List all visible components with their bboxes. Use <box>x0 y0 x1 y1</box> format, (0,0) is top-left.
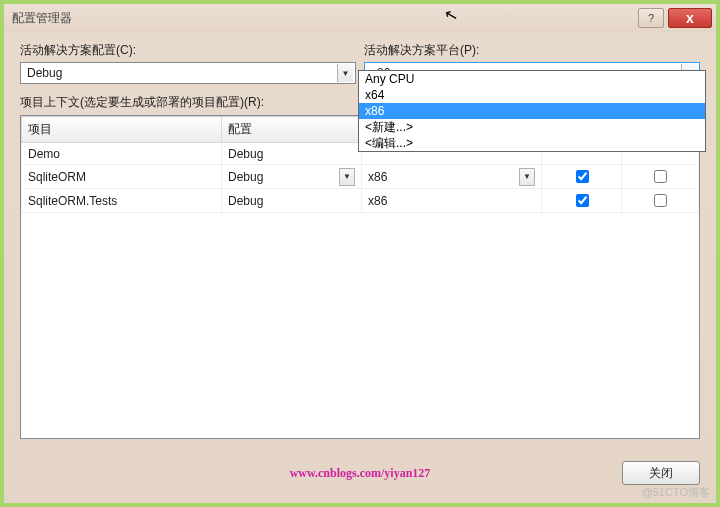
deploy-checkbox[interactable] <box>654 194 667 207</box>
close-button-label: 关闭 <box>649 465 673 482</box>
chevron-down-icon: ▼ <box>519 168 535 186</box>
platform-option[interactable]: <编辑...> <box>359 135 705 151</box>
window-close-button[interactable]: x <box>668 8 712 28</box>
deploy-checkbox[interactable] <box>654 170 667 183</box>
cell-build[interactable] <box>542 189 622 213</box>
platform-option[interactable]: <新建...> <box>359 119 705 135</box>
cell-project: Demo <box>22 143 222 165</box>
watermark-text: www.cnblogs.com/yiyan127 <box>20 466 700 481</box>
build-checkbox[interactable] <box>576 170 589 183</box>
cell-project: SqliteORM.Tests <box>22 189 222 213</box>
close-button[interactable]: 关闭 <box>622 461 700 485</box>
cell-platform[interactable]: x86▼ <box>362 165 542 189</box>
help-icon: ? <box>648 12 654 24</box>
cell-build[interactable] <box>542 165 622 189</box>
col-config[interactable]: 配置 <box>222 117 362 143</box>
chevron-down-icon: ▼ <box>339 168 355 186</box>
chevron-down-icon: ▼ <box>337 64 353 82</box>
cell-config[interactable]: Debug▼ <box>222 165 362 189</box>
platform-dropdown-list[interactable]: Any CPUx64x86<新建...><编辑...> <box>358 70 706 152</box>
platform-option[interactable]: x86 <box>359 103 705 119</box>
cell-deploy[interactable] <box>622 165 699 189</box>
solution-config-label: 活动解决方案配置(C): <box>20 42 356 59</box>
cell-deploy[interactable] <box>622 189 699 213</box>
help-button[interactable]: ? <box>638 8 664 28</box>
solution-config-value: Debug <box>27 66 337 80</box>
footer: www.cnblogs.com/yiyan127 关闭 <box>20 459 700 487</box>
cell-config[interactable]: Debug <box>222 143 362 165</box>
window-title: 配置管理器 <box>12 10 72 27</box>
table-row: SqliteORM.TestsDebugx86 <box>22 189 699 213</box>
platform-option[interactable]: x64 <box>359 87 705 103</box>
config-manager-window: 配置管理器 ? x ↖ 活动解决方案配置(C): Debug ▼ 活动解决方案平… <box>0 0 720 507</box>
cell-platform[interactable]: x86 <box>362 189 542 213</box>
solution-config-dropdown[interactable]: Debug ▼ <box>20 62 356 84</box>
cell-config[interactable]: Debug <box>222 189 362 213</box>
titlebar: 配置管理器 ? x <box>4 4 716 32</box>
close-icon: x <box>686 10 694 26</box>
project-grid: 项目 配置 DemoDebugSqliteORMDebug▼x86▼Sqlite… <box>20 115 700 439</box>
platform-option[interactable]: Any CPU <box>359 71 705 87</box>
table-row: SqliteORMDebug▼x86▼ <box>22 165 699 189</box>
solution-platform-label: 活动解决方案平台(P): <box>364 42 700 59</box>
col-project[interactable]: 项目 <box>22 117 222 143</box>
cell-project: SqliteORM <box>22 165 222 189</box>
build-checkbox[interactable] <box>576 194 589 207</box>
